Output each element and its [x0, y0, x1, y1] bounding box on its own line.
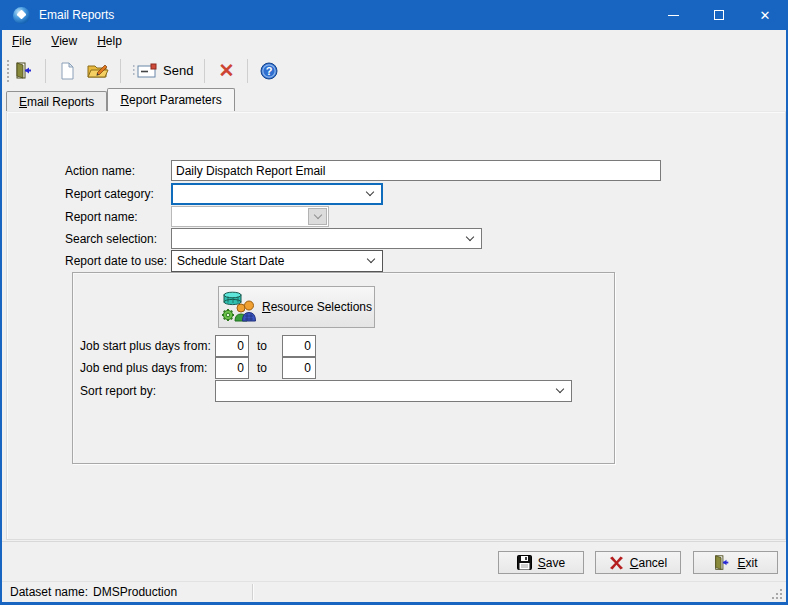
- job-start-from-input[interactable]: [215, 335, 249, 357]
- send-envelope-icon: [132, 62, 158, 80]
- resize-grip[interactable]: [780, 597, 782, 599]
- report-date-label: Report date to use:: [65, 254, 167, 268]
- statusbar-separator: [252, 584, 253, 600]
- cancel-x-icon: [609, 556, 624, 570]
- new-document-icon: [58, 62, 76, 80]
- sort-report-label: Sort report by:: [80, 384, 156, 398]
- minimize-icon: [668, 15, 679, 16]
- maximize-icon: [714, 10, 724, 20]
- chevron-down-icon: [466, 232, 474, 240]
- tabstrip: Email Reports Report Parameters: [6, 88, 235, 111]
- action-name-input[interactable]: [171, 160, 661, 181]
- job-start-to-input[interactable]: [282, 335, 316, 357]
- toolbar: Send ✕ ?: [2, 53, 786, 88]
- tab-email-reports-label: Email Reports: [19, 95, 94, 109]
- delete-x-icon: ✕: [218, 61, 234, 80]
- cancel-button-label: Cancel: [630, 556, 667, 570]
- button-panel: Save Cancel Exit: [2, 541, 786, 581]
- save-button-label: Save: [538, 556, 565, 570]
- report-name-label: Report name:: [65, 210, 138, 224]
- search-selection-label: Search selection:: [65, 232, 157, 246]
- toolbar-delete-button[interactable]: ✕: [212, 57, 240, 85]
- statusbar: Dataset name: DMSProduction: [2, 581, 786, 602]
- to-label: to: [257, 339, 267, 353]
- action-name-label: Action name:: [65, 164, 135, 178]
- tab-report-parameters-label: Report Parameters: [120, 93, 221, 107]
- minimize-button[interactable]: [650, 0, 696, 30]
- toolbar-separator: [45, 59, 46, 83]
- send-button-label: Send: [163, 63, 193, 78]
- menu-view[interactable]: View: [41, 31, 87, 51]
- toolbar-grip[interactable]: [7, 60, 9, 82]
- job-end-to-input[interactable]: [282, 357, 316, 379]
- cancel-button[interactable]: Cancel: [595, 551, 681, 574]
- report-date-value: Schedule Start Date: [177, 254, 284, 268]
- chevron-down-icon: [367, 255, 375, 263]
- menu-file[interactable]: File: [2, 31, 41, 51]
- close-button[interactable]: ✕: [742, 0, 788, 30]
- svg-text:?: ?: [266, 65, 273, 77]
- close-icon: ✕: [760, 9, 771, 22]
- exit-button-label: Exit: [737, 556, 757, 570]
- report-name-combo: [171, 206, 329, 227]
- menu-help[interactable]: Help: [87, 31, 132, 51]
- toolbar-separator: [120, 59, 121, 83]
- save-floppy-icon: [517, 555, 532, 570]
- exit-button[interactable]: Exit: [693, 551, 778, 574]
- window-controls: ✕: [650, 0, 788, 30]
- chevron-down-icon: [366, 188, 374, 196]
- help-icon: ?: [260, 62, 278, 80]
- report-date-combo[interactable]: Schedule Start Date: [171, 250, 383, 272]
- save-button[interactable]: Save: [498, 551, 584, 574]
- job-end-label: Job end plus days from:: [80, 361, 207, 375]
- job-end-from-input[interactable]: [215, 357, 249, 379]
- maximize-button[interactable]: [696, 0, 742, 30]
- app-icon: [13, 7, 30, 24]
- toolbar-separator: [247, 59, 248, 83]
- job-start-label: Job start plus days from:: [80, 339, 211, 353]
- chevron-down-icon: [556, 385, 564, 393]
- toolbar-separator: [204, 59, 205, 83]
- exit-door-icon: [14, 61, 34, 81]
- email-reports-window: Email Reports ✕ File View Help: [0, 0, 788, 605]
- window-title: Email Reports: [39, 8, 114, 22]
- toolbar-exit-button[interactable]: [10, 57, 38, 85]
- toolbar-open-edit-button[interactable]: [83, 57, 113, 85]
- dataset-name-label: Dataset name:: [10, 585, 88, 599]
- dataset-name-value: DMSProduction: [93, 585, 177, 599]
- tab-email-reports[interactable]: Email Reports: [6, 91, 107, 111]
- toolbar-new-button[interactable]: [53, 57, 81, 85]
- job-options-groupbox: Resource Selections Job start plus days …: [72, 272, 615, 464]
- folder-edit-icon: [87, 62, 109, 80]
- sort-report-combo[interactable]: [215, 380, 572, 402]
- search-selection-combo[interactable]: [171, 228, 482, 249]
- resource-selections-label: Resource Selections: [262, 300, 372, 314]
- tab-report-parameters[interactable]: Report Parameters: [107, 88, 234, 111]
- resource-selections-icon: [221, 290, 257, 324]
- toolbar-help-button[interactable]: ?: [255, 57, 283, 85]
- resource-selections-button[interactable]: Resource Selections: [218, 286, 375, 328]
- titlebar: Email Reports ✕: [0, 0, 788, 30]
- menubar: File View Help: [2, 30, 786, 53]
- report-category-combo[interactable]: [171, 183, 383, 205]
- report-category-label: Report category:: [65, 187, 154, 201]
- to-label: to: [257, 361, 267, 375]
- exit-door-icon: [713, 554, 731, 572]
- report-parameters-page: Action name: Report category: Report nam…: [6, 111, 786, 540]
- combo-dropdown-button: [308, 208, 327, 225]
- toolbar-send-button[interactable]: Send: [128, 57, 197, 85]
- chevron-down-icon: [314, 210, 322, 218]
